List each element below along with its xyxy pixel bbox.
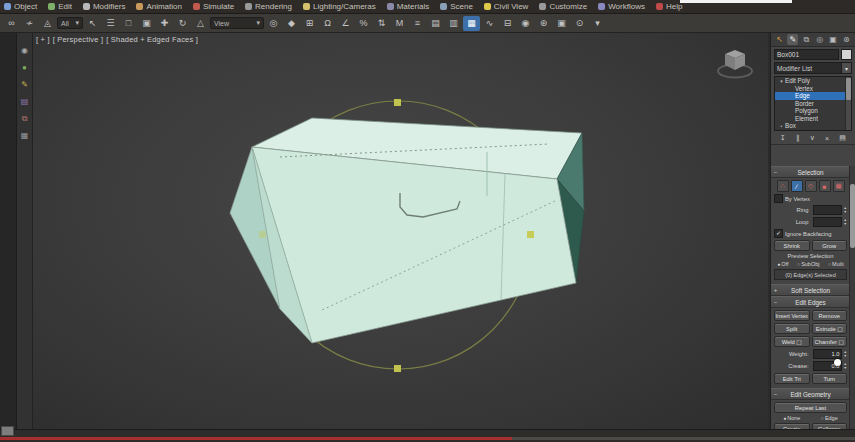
spinner-arrows-crease[interactable]: ▲▼ (844, 362, 847, 370)
remove-modifier-button[interactable]: × (825, 135, 829, 142)
keyboard-override-toggle[interactable]: ⊞ (301, 16, 318, 31)
menu-customize[interactable]: Customize (539, 2, 587, 11)
viewport-canvas[interactable] (33, 33, 768, 430)
menu-animation[interactable]: Animation (136, 2, 182, 11)
gizmo-handle-right[interactable] (527, 231, 534, 238)
render-flyout-arrow[interactable]: ▾ (589, 16, 606, 31)
menu-rendering[interactable]: Rendering (245, 2, 292, 11)
select-and-link-button[interactable]: ∞ (3, 16, 20, 31)
subobj-edge-icon[interactable]: ∕ (791, 180, 803, 192)
menu-modifiers[interactable]: Modifiers (83, 2, 125, 11)
strip-display-icon[interactable]: ◉ (21, 47, 28, 55)
rollout-edit-geometry-header[interactable]: −Edit Geometry (771, 388, 850, 400)
rollout-soft-selection-header[interactable]: +Soft Selection (771, 284, 850, 296)
modifier-list-dropdown[interactable]: Modifier List ▾ (774, 62, 852, 74)
reference-coordinate-dropdown[interactable]: View▾ (210, 17, 264, 29)
toggle-layer-explorer-button[interactable]: ▥ (445, 16, 462, 31)
selection-filter-dropdown[interactable]: All▾ (57, 17, 83, 29)
toggle-ribbon-button[interactable]: ▦ (463, 16, 480, 31)
rectangular-selection-region-button[interactable]: □ (120, 16, 137, 31)
strip-sphere-icon[interactable]: ● (22, 64, 27, 72)
button-edit-tri[interactable]: Edit Tri (774, 373, 810, 384)
tab-utilities[interactable]: ⊛ (841, 34, 852, 45)
menu-materials-effects[interactable]: Materials (387, 2, 429, 11)
curve-editor-button[interactable]: ∿ (481, 16, 498, 31)
viewport-pov-label[interactable]: [ Perspective ] (53, 35, 104, 44)
menu-object[interactable]: Object (4, 2, 37, 11)
button-extrude[interactable]: Extrude ▢ (812, 323, 848, 334)
make-unique-button[interactable]: ∨ (810, 134, 815, 142)
select-and-manipulate-button[interactable]: ◆ (283, 16, 300, 31)
gizmo-handle-top[interactable] (394, 99, 401, 106)
panel-scrollbar[interactable] (849, 166, 855, 442)
select-object-button[interactable]: ↖ (84, 16, 101, 31)
toggle-scene-explorer-button[interactable]: ▤ (427, 16, 444, 31)
stack-vertex[interactable]: Vertex (775, 85, 851, 93)
perspective-viewport[interactable]: [ + ][ Perspective ][ Shaded + Edged Fac… (33, 33, 768, 430)
rollout-edit-edges-header[interactable]: −Edit Edges (771, 296, 850, 308)
button-weld[interactable]: Weld ▢ (774, 336, 810, 347)
stack-polygon[interactable]: Polygon (775, 107, 851, 115)
value-ring[interactable] (813, 205, 842, 215)
gizmo-handle-left[interactable] (259, 231, 266, 238)
render-production-button[interactable]: ⊙ (571, 16, 588, 31)
tab-hierarchy[interactable]: ⧉ (801, 34, 812, 45)
tab-create[interactable]: ↖ (774, 34, 785, 45)
spinner-arrows-ring[interactable]: ▲▼ (844, 206, 847, 214)
snaps-toggle[interactable]: Ω (319, 16, 336, 31)
mirror-button[interactable]: M (391, 16, 408, 31)
button-insert-vertex[interactable]: Insert Vertex (774, 310, 810, 321)
value-weight[interactable]: 1.0 (813, 349, 842, 359)
button-remove[interactable]: Remove (812, 310, 848, 321)
gizmo-handle-bottom[interactable] (394, 365, 401, 372)
select-and-rotate-button[interactable]: ↻ (174, 16, 191, 31)
viewport-label[interactable]: [ + ][ Perspective ][ Shaded + Edged Fac… (36, 35, 201, 44)
select-by-name-button[interactable]: ☰ (102, 16, 119, 31)
strip-list-icon[interactable]: ▤ (21, 98, 29, 106)
pin-stack-button[interactable]: ↧ (780, 134, 786, 142)
menu-scripting[interactable]: Workflows (598, 2, 645, 11)
tab-modify[interactable]: ✎ (787, 34, 798, 45)
spinner-arrows-weight[interactable]: ▲▼ (844, 350, 847, 358)
stack-edit-poly[interactable]: ▾Edit Poly (775, 77, 851, 85)
video-progress-track[interactable] (512, 437, 855, 440)
menu-lighting-cameras[interactable]: Lighting/Cameras (303, 2, 376, 11)
show-end-result-button[interactable]: ∥ (796, 134, 800, 142)
bind-to-space-warp-button[interactable]: ◬ (39, 16, 56, 31)
menu-edit[interactable]: Edit (48, 2, 72, 11)
stack-element[interactable]: Element (775, 115, 851, 123)
stack-edge[interactable]: Edge (775, 92, 851, 100)
material-editor-button[interactable]: ◉ (517, 16, 534, 31)
button-shrink[interactable]: Shrink (774, 240, 810, 251)
radio-off[interactable]: ●Off (777, 261, 788, 267)
viewport-general-menu[interactable]: [ + ] (36, 35, 50, 44)
window-crossing-toggle[interactable]: ▣ (138, 16, 155, 31)
button-split[interactable]: Split (774, 323, 810, 334)
viewport-shading-label[interactable]: [ Shaded + Edged Faces ] (106, 35, 198, 44)
checkbox-by-vertex[interactable] (774, 194, 783, 203)
strip-brush-icon[interactable]: ✎ (21, 81, 28, 89)
align-button[interactable]: ≡ (409, 16, 426, 31)
subobj-element-icon[interactable]: ▦ (833, 180, 845, 192)
viewcube[interactable] (718, 50, 752, 78)
rollout-selection-header[interactable]: −Selection (771, 166, 850, 178)
video-progress-bar[interactable] (0, 437, 512, 440)
stack-box[interactable]: •Box (775, 122, 851, 130)
radio-multi[interactable]: ○Multi (828, 261, 844, 267)
spinner-snap-toggle[interactable]: ⇅ (373, 16, 390, 31)
button-chamfer[interactable]: Chamfer ▢ (812, 336, 848, 347)
angle-snap-toggle[interactable]: ∠ (337, 16, 354, 31)
menu-simulate[interactable]: Simulate (193, 2, 234, 11)
object-color-swatch[interactable] (841, 49, 852, 60)
tab-display[interactable]: ▣ (828, 34, 839, 45)
object-name-field[interactable]: Box001 (774, 49, 839, 60)
button-grow[interactable]: Grow (812, 240, 848, 251)
use-pivot-center-button[interactable]: ◎ (265, 16, 282, 31)
spinner-arrows-loop[interactable]: ▲▼ (844, 218, 847, 226)
configure-modifier-sets-button[interactable]: ▤ (839, 134, 846, 142)
menu-help[interactable]: Help (656, 2, 682, 11)
button-repeat-last[interactable]: Repeat Last (774, 402, 847, 413)
radio-subobj[interactable]: ○SubObj (797, 261, 819, 267)
subobj-border-icon[interactable]: ◇ (805, 180, 817, 192)
tab-motion[interactable]: ◎ (814, 34, 825, 45)
